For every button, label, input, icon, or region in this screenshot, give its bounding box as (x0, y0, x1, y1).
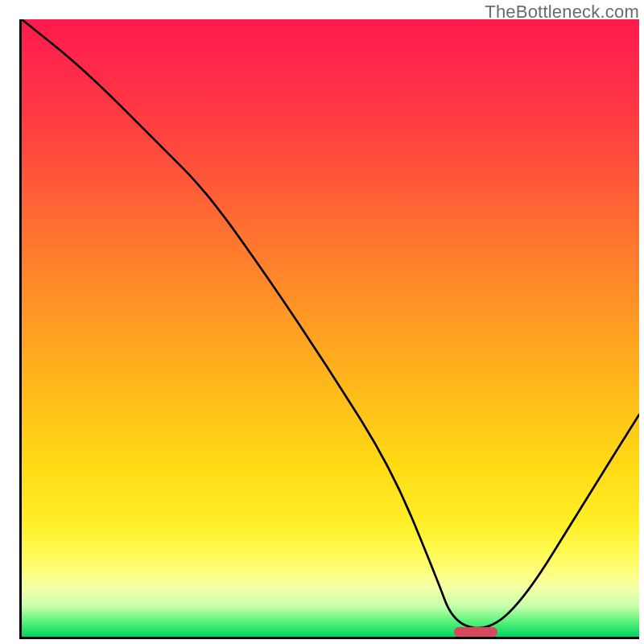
heat-gradient-background (22, 19, 639, 637)
chart-stage: TheBottleneck.com (0, 0, 644, 644)
optimal-range-marker (454, 627, 497, 637)
plot-area (19, 19, 639, 639)
